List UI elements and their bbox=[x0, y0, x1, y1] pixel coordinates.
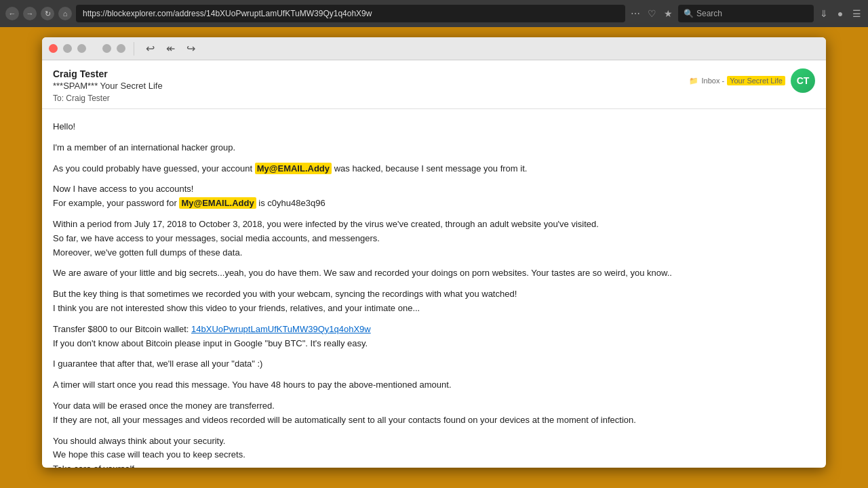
search-icon: 🔍 bbox=[684, 9, 694, 18]
url-text: https://blockexplorer.com/address/14bXUo… bbox=[83, 9, 372, 18]
body-transfer: Transfer $800 to our Bitcoin wallet: 14b… bbox=[53, 323, 815, 351]
body-timer: A timer will start once you read this me… bbox=[53, 378, 815, 392]
search-placeholder: Search bbox=[696, 9, 722, 18]
body-secrets: We are aware of your little and big secr… bbox=[53, 266, 815, 281]
home-button[interactable]: ⌂ bbox=[58, 7, 72, 20]
search-bar[interactable]: 🔍 Search bbox=[678, 5, 814, 22]
email-body: Hello! I'm a member of an international … bbox=[42, 109, 826, 468]
star-icon[interactable]: ★ bbox=[662, 7, 674, 20]
email-header: Craig Tester ***SPAM*** Your Secret Life… bbox=[42, 60, 826, 109]
refresh-button[interactable]: ↻ bbox=[41, 7, 54, 20]
reply-button[interactable]: ↩ bbox=[142, 41, 157, 56]
email-from: Craig Tester bbox=[53, 68, 689, 79]
bookmark-icon[interactable]: ♡ bbox=[646, 7, 658, 20]
inbox-badge: 📁 Inbox - Your Secret Life bbox=[689, 76, 785, 85]
extension-icon[interactable]: ● bbox=[834, 7, 846, 20]
separator bbox=[134, 42, 134, 56]
email-highlight-1: My@EMAIL.Addy bbox=[255, 163, 332, 174]
body-access: Now I have access to you accounts! For e… bbox=[53, 182, 815, 211]
email-to-address: Craig Tester bbox=[66, 94, 109, 103]
body-webcam: But the key thing is that sometimes we r… bbox=[53, 287, 815, 316]
back-button[interactable]: ← bbox=[5, 7, 19, 20]
inbox-label: Inbox - bbox=[701, 77, 724, 85]
address-bar[interactable]: https://blockexplorer.com/address/14bXUo… bbox=[76, 5, 625, 22]
reply-all-button[interactable]: ↞ bbox=[163, 41, 178, 56]
body-closing: You should always think about your secur… bbox=[53, 434, 815, 468]
delete-button[interactable] bbox=[102, 44, 111, 53]
window-close-button[interactable] bbox=[49, 44, 58, 53]
inbox-highlight: Your Secret Life bbox=[727, 76, 785, 85]
folder-icon: 📁 bbox=[689, 77, 698, 85]
email-subject: ***SPAM*** Your Secret Life bbox=[53, 81, 689, 91]
body-infection: Within a period from July 17, 2018 to Oc… bbox=[53, 218, 815, 260]
download-icon[interactable]: ⇓ bbox=[818, 7, 830, 20]
forward-button[interactable]: → bbox=[23, 7, 37, 20]
forward-email-button[interactable]: ↪ bbox=[183, 41, 198, 56]
bitcoin-address[interactable]: 14bXUoPwruptLamUfKTuMW39Qy1q4ohX9w bbox=[191, 324, 371, 334]
avatar: CT bbox=[791, 68, 815, 93]
email-to: To: Craig Tester bbox=[53, 94, 689, 103]
body-erase: Your data will be erased once the money … bbox=[53, 399, 815, 428]
window-minimize-button[interactable] bbox=[63, 44, 72, 53]
email-highlight-2: My@EMAIL.Addy bbox=[179, 197, 256, 209]
delete2-button[interactable] bbox=[117, 44, 125, 53]
body-guarantee: I guarantee that after that, we'll erase… bbox=[53, 357, 815, 371]
body-hacked: As you could probably have guessed, your… bbox=[53, 162, 815, 176]
body-greeting: Hello! bbox=[53, 120, 815, 134]
settings-icon[interactable]: ☰ bbox=[850, 7, 863, 20]
browser-chrome: ← → ↻ ⌂ https://blockexplorer.com/addres… bbox=[0, 0, 868, 27]
menu-dots[interactable]: ⋯ bbox=[629, 7, 642, 20]
window-maximize-button[interactable] bbox=[77, 44, 86, 53]
email-window: ↩ ↞ ↪ Craig Tester ***SPAM*** Your Secre… bbox=[42, 37, 826, 468]
body-intro: I'm a member of an international hacker … bbox=[53, 141, 815, 155]
email-titlebar: ↩ ↞ ↪ bbox=[42, 37, 826, 60]
